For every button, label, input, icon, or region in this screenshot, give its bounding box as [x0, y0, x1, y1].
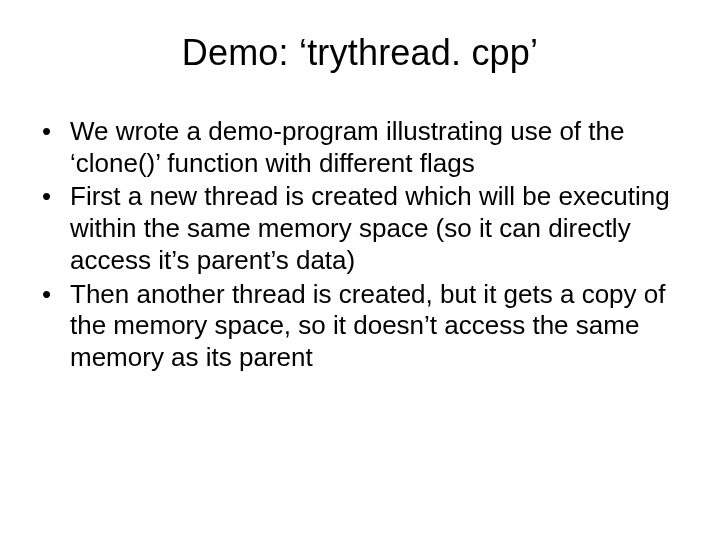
slide: Demo: ‘trythread. cpp’ We wrote a demo-p… [0, 0, 720, 540]
bullet-item: We wrote a demo-program illustrating use… [42, 116, 686, 179]
bullet-item: Then another thread is created, but it g… [42, 279, 686, 374]
bullet-item: First a new thread is created which will… [42, 181, 686, 276]
slide-title: Demo: ‘trythread. cpp’ [34, 32, 686, 74]
bullet-list: We wrote a demo-program illustrating use… [34, 116, 686, 374]
